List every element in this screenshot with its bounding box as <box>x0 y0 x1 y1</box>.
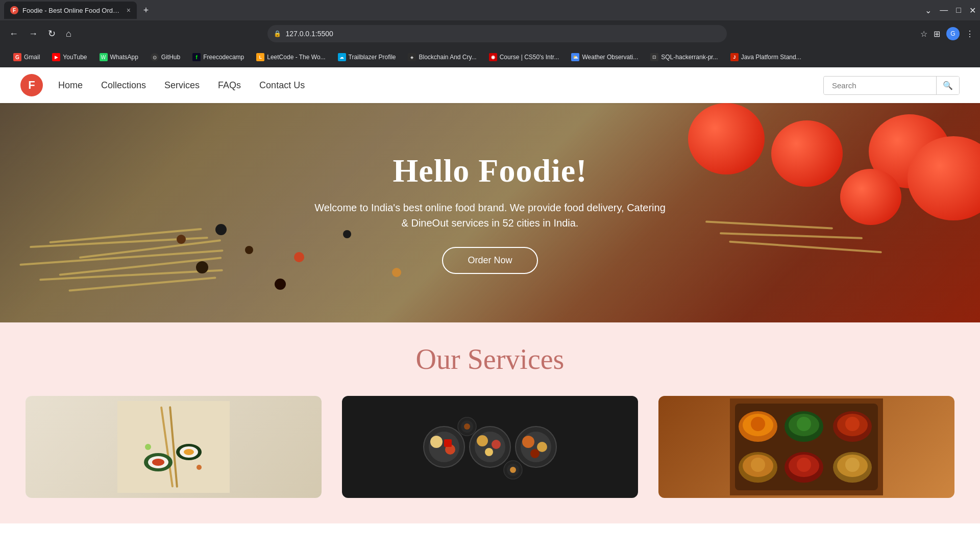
hero-subtitle: Welcome to India's best online food bran… <box>311 200 669 231</box>
svg-point-9 <box>145 444 151 450</box>
svg-point-41 <box>797 417 811 431</box>
service-card-delivery[interactable] <box>20 391 327 503</box>
hero-content: Hello Foodie! Welcome to India's best on… <box>311 152 669 274</box>
svg-rect-16 <box>444 439 452 447</box>
service-img-catering <box>658 396 954 498</box>
address-bar[interactable]: 🔒 127.0.0.1:5500 <box>267 25 727 42</box>
tab-bar: F Foodie - Best Online Food Order... × +… <box>0 0 980 20</box>
order-now-button[interactable]: Order Now <box>442 247 537 274</box>
service-img-dineout <box>342 396 638 498</box>
tab-title: Foodie - Best Online Food Order... <box>22 7 122 14</box>
website: F Home Collections Services FAQs Contact… <box>0 67 980 523</box>
bookmark-sql[interactable]: ⊡ SQL-hackerrank-pr... <box>645 51 723 63</box>
nav-contact[interactable]: Contact Us <box>259 80 305 91</box>
nav-collections[interactable]: Collections <box>101 80 146 91</box>
bookmark-github[interactable]: ⊙ GitHub <box>145 51 185 63</box>
services-cards <box>10 391 970 513</box>
close-window-button[interactable]: ✕ <box>969 6 976 15</box>
bookmark-java[interactable]: J Java Platform Stand... <box>725 51 806 63</box>
profile-avatar[interactable]: G <box>946 27 960 40</box>
svg-point-26 <box>530 449 540 458</box>
nav-services[interactable]: Services <box>164 80 200 91</box>
site-search-button[interactable]: 🔍 <box>936 77 959 94</box>
new-tab-button[interactable]: + <box>139 3 153 17</box>
svg-point-24 <box>522 436 534 448</box>
site-search-input[interactable] <box>824 77 936 94</box>
window-controls: ⌄ — □ ✕ <box>925 6 976 15</box>
hero-title: Hello Foodie! <box>311 152 669 190</box>
svg-point-19 <box>477 435 488 446</box>
svg-point-14 <box>430 436 443 448</box>
svg-point-38 <box>751 417 765 431</box>
bookmark-freecodecamp[interactable]: f Freecodecamp <box>187 51 249 63</box>
svg-point-21 <box>485 448 493 456</box>
svg-point-20 <box>492 440 501 449</box>
svg-point-47 <box>751 458 765 472</box>
site-search-bar[interactable]: 🔍 <box>823 76 960 95</box>
search-icon: 🔍 <box>943 81 953 90</box>
bookmark-weather[interactable]: ⛅ Weather Observati... <box>566 51 643 63</box>
restore-button[interactable]: ⌄ <box>925 6 932 15</box>
nav-right-controls: ☆ ⊞ G ⋮ <box>920 27 974 40</box>
home-button[interactable]: ⌂ <box>63 27 75 41</box>
nav-faqs[interactable]: FAQs <box>218 80 241 91</box>
minimize-button[interactable]: — <box>940 6 948 15</box>
svg-point-50 <box>797 458 811 472</box>
bookmark-trailblazer[interactable]: ☁ Trailblazer Profile <box>333 51 401 63</box>
forward-button[interactable]: → <box>26 27 41 41</box>
dineout-illustration <box>413 401 567 493</box>
svg-point-10 <box>197 465 202 470</box>
delivery-illustration <box>117 401 230 493</box>
service-card-dineout[interactable] <box>337 391 643 503</box>
more-menu-icon[interactable]: ⋮ <box>966 29 974 39</box>
bookmark-whatsapp[interactable]: W WhatsApp <box>94 51 143 63</box>
catering-illustration <box>730 398 883 495</box>
url-display: 127.0.0.1:5500 <box>285 30 333 38</box>
svg-point-32 <box>510 467 516 473</box>
service-img-delivery <box>26 396 322 498</box>
bookmark-gmail[interactable]: G Gmail <box>8 51 45 63</box>
lock-icon: 🔒 <box>274 30 281 37</box>
services-section: Our Services <box>0 322 980 523</box>
bookmarks-bar: G Gmail ▶ YouTube W WhatsApp ⊙ GitHub f … <box>0 47 980 67</box>
tab-favicon: F <box>10 6 18 14</box>
tab-close-button[interactable]: × <box>127 6 131 14</box>
svg-point-25 <box>537 442 547 452</box>
nav-bar: ← → ↻ ⌂ 🔒 127.0.0.1:5500 ☆ ⊞ G ⋮ <box>0 20 980 47</box>
maximize-button[interactable]: □ <box>956 6 961 15</box>
service-card-inner-dineout <box>342 396 638 498</box>
site-logo[interactable]: F <box>20 74 43 96</box>
site-nav-links: Home Collections Services FAQs Contact U… <box>58 80 823 91</box>
svg-point-29 <box>464 423 470 430</box>
service-card-inner-catering <box>658 396 954 498</box>
svg-point-44 <box>845 417 860 431</box>
back-button[interactable]: ← <box>6 27 21 41</box>
nav-home[interactable]: Home <box>58 80 83 91</box>
services-title: Our Services <box>10 343 970 375</box>
service-card-catering[interactable] <box>653 391 960 503</box>
active-tab[interactable]: F Foodie - Best Online Food Order... × <box>4 2 137 19</box>
bookmark-page-icon[interactable]: ☆ <box>920 29 927 39</box>
service-card-inner-delivery <box>26 396 322 498</box>
reload-button[interactable]: ↻ <box>45 26 59 41</box>
bookmark-youtube[interactable]: ▶ YouTube <box>47 51 92 63</box>
extensions-icon[interactable]: ⊞ <box>934 29 940 39</box>
svg-point-8 <box>184 449 194 455</box>
hero-section: Hello Foodie! Welcome to India's best on… <box>0 103 980 322</box>
bookmark-cs50[interactable]: ◉ Course | CS50's Intr... <box>484 51 565 63</box>
browser-chrome: F Foodie - Best Online Food Order... × +… <box>0 0 980 67</box>
bookmark-blockchain[interactable]: ◈ Blockchain And Cry... <box>403 51 481 63</box>
site-navigation: F Home Collections Services FAQs Contact… <box>0 67 980 103</box>
bookmark-leetcode[interactable]: L LeetCode - The Wo... <box>251 51 330 63</box>
svg-point-53 <box>845 458 860 472</box>
svg-point-5 <box>152 459 164 466</box>
